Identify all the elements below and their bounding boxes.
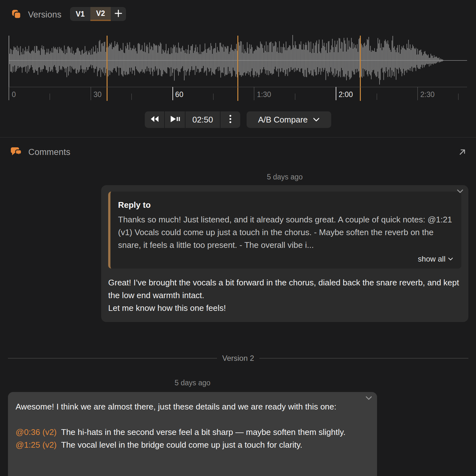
version-divider-label: Version 2 [222,354,254,363]
comment-body-line: Let me know how this one feels! [108,302,461,314]
comment-timestamp: 5 days ago [8,379,377,387]
ruler-tick [417,87,418,100]
ruler-tick-label: 2:00 [339,90,353,99]
ab-compare-label: A/B Compare [258,115,308,125]
ruler-tick [254,87,254,100]
collapse-comment-button[interactable] [456,189,464,195]
chevron-down-icon [365,396,373,401]
more-options-button[interactable] [220,111,240,128]
tab-v1[interactable]: V1 [70,7,90,21]
comment-card: Reply to Thanks so much! Just listened, … [101,185,468,322]
version-divider: Version 2 [8,354,468,363]
version-switcher: V1 V2 [70,7,126,21]
kebab-menu-icon [226,114,234,125]
rewind-button[interactable] [145,111,164,128]
comment-note: @0:36 (v2)The hi-hats in the second vers… [16,426,364,438]
comment-note: @1:25 (v2)The vocal level in the bridge … [16,438,364,451]
comment-body-line: Great! I’ve brought the vocals a bit for… [108,276,461,302]
add-version-button[interactable] [111,7,126,21]
ruler-minor-tick [50,94,50,100]
comments-header: Comments [10,146,70,158]
versions-title: Versions [28,10,61,20]
ruler-tick [336,87,336,100]
ruler-tick-label: 2:30 [420,90,435,99]
expand-comments-button[interactable] [458,147,467,157]
ruler-tick [9,87,9,100]
timestamp-link[interactable]: @1:25 (v2) [16,440,57,450]
chevron-down-icon [313,117,320,122]
play-pause-icon [169,115,181,124]
ruler-minor-tick [131,94,132,100]
spacer [16,413,369,426]
play-pause-button[interactable] [165,111,185,128]
comment-marker[interactable] [107,36,108,101]
rewind-icon [150,115,159,124]
show-all-button[interactable]: show all [118,255,453,263]
comments-title: Comments [28,147,70,157]
comment-timestamp: 5 days ago [101,173,468,181]
time-display: 02:50 [186,111,220,128]
reply-to-label: Reply to [118,199,453,211]
transport-controls: 02:50 [145,111,240,128]
chevron-down-icon [456,189,464,194]
comment-body: Great! I’ve brought the vocals a bit for… [108,276,461,314]
comment-intro: Awesome! I think we are almost there, ju… [16,400,364,413]
note-text: The hi-hats in the second verse feel a b… [61,427,346,437]
timeline-ruler [8,87,467,87]
plus-icon [114,9,122,19]
divider-line [259,358,468,359]
quoted-comment: Reply to Thanks so much! Just listened, … [108,192,461,269]
tab-v2[interactable]: V2 [90,7,111,21]
ruler-tick-label: 1:30 [257,90,271,99]
waveform[interactable]: 030601:302:002:30 [0,32,476,102]
ruler-minor-tick [377,94,377,100]
timestamp-link[interactable]: @0:36 (v2) [16,427,57,437]
ruler-minor-tick [213,94,214,100]
show-all-label: show all [418,255,445,263]
arrow-up-right-icon [458,148,466,156]
divider-line [8,358,217,359]
versions-header: Versions [11,7,61,22]
ruler-tick [172,87,173,100]
chevron-down-icon [448,257,453,261]
ruler-tick-label: 0 [12,90,16,99]
ruler-tick [91,87,91,100]
note-text: The vocal level in the bridge could come… [61,440,302,450]
chat-bubbles-icon [10,146,22,158]
ruler-minor-tick [458,94,458,100]
section-divider [0,137,476,137]
ruler-minor-tick [295,94,295,100]
comment-marker[interactable] [360,36,361,101]
ab-compare-button[interactable]: A/B Compare [247,111,331,128]
ruler-tick-label: 60 [175,90,184,99]
quoted-comment-text: Thanks so much! Just listened, and it al… [118,213,453,251]
waveform-bars [9,35,443,85]
stacked-squares-icon [11,9,22,21]
comment-card: Awesome! I think we are almost there, ju… [8,392,377,476]
ruler-tick-label: 30 [94,90,102,99]
comment-marker[interactable] [237,36,238,101]
collapse-comment-button[interactable] [365,396,373,402]
